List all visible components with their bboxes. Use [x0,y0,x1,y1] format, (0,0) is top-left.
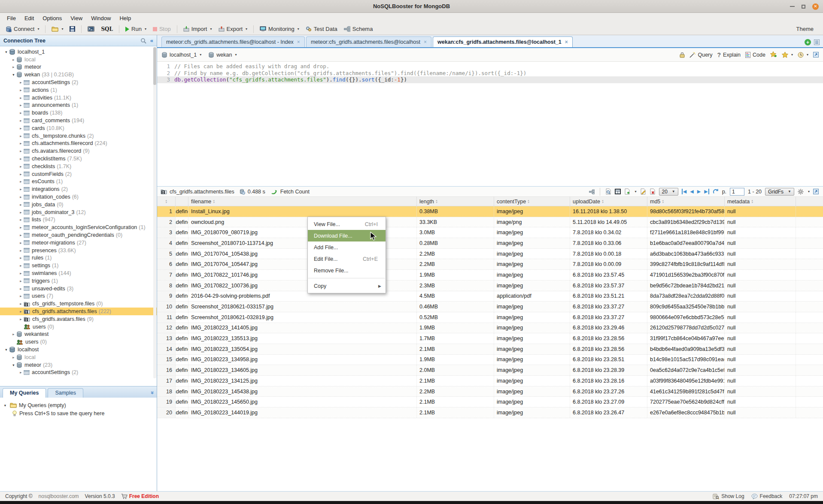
favorites-button[interactable]: ▾ [782,52,793,58]
table-row[interactable]: 6undefinedIMG_20170704_105447.jpg2.2MBim… [157,259,823,270]
tree-item-checklists[interactable]: ▸checklists(1.7K) [0,163,157,170]
expander-closed-icon[interactable]: ▸ [18,370,24,374]
tree-item-integrations[interactable]: ▸integrations(2) [0,185,157,193]
run-button[interactable]: Run▾ [123,25,149,33]
expander-closed-icon[interactable]: ▸ [11,57,16,62]
view-mode-select[interactable]: GridFs▼ [765,188,794,196]
last-page-icon[interactable]: ▶ [704,189,709,194]
tree-item-checklistItems[interactable]: ▸checklistItems(7.5K) [0,155,157,163]
search-icon[interactable] [140,38,146,44]
tree-item-customFields[interactable]: ▸customFields(2) [0,170,157,178]
expander-open-icon[interactable]: ▾ [11,72,16,77]
theme-button[interactable]: Theme [796,26,814,32]
expander-closed-icon[interactable]: ▸ [18,287,24,291]
page-size-select[interactable]: 20▼ [659,188,678,196]
expander-closed-icon[interactable]: ▸ [18,172,24,176]
shell-button[interactable] [85,25,97,33]
tree-item-localhost_1[interactable]: ▾localhost_1 [0,48,157,56]
document-magnifier-icon[interactable]: undefined [176,346,188,352]
page-number-input[interactable]: 1 [730,188,744,196]
expander-open-icon[interactable]: ▾ [11,363,16,367]
table-row[interactable]: 18undefinedIMG_20180223_145438.jpg2.2MBi… [157,386,823,397]
sort-arrows-icon[interactable]: ▴▾ [751,199,753,203]
sort-arrows-icon[interactable]: ▴▾ [662,199,663,203]
expander-closed-icon[interactable]: ▸ [18,241,24,245]
tree-item-cfs.attachments.filerecord[interactable]: ▸cfs.attachments.filerecord(224) [0,140,157,148]
document-magnifier-icon[interactable]: undefined [176,335,188,341]
tree-item-jobs_data[interactable]: ▸jobs_data(0) [0,201,157,208]
tree-scrollbar[interactable] [153,47,156,378]
minimize-icon[interactable] [790,6,795,7]
table-row[interactable]: 2undefinedowncloud.png33.3KBimage/png5.1… [157,217,823,228]
tree-item-announcements[interactable]: ▸announcements(1) [0,102,157,109]
menu-options[interactable]: Options [38,15,66,21]
tree-item-unsaved-edits[interactable]: ▸unsaved-edits(3) [0,285,157,293]
tree-item-cards[interactable]: ▸cards(10.8K) [0,124,157,132]
tree-item-invitation_codes[interactable]: ▸invitation_codes(6) [0,193,157,201]
edit-document-icon[interactable] [640,188,646,195]
menu-item-add-file[interactable]: Add File... [308,241,386,253]
expander-closed-icon[interactable]: ▸ [18,302,24,306]
column-header-blank[interactable]: ▴▾ [157,197,176,206]
document-magnifier-icon[interactable]: undefined [176,272,188,278]
document-magnifier-icon[interactable]: undefined [176,261,188,267]
column-header-uploadDate[interactable]: uploadDate▴▾ [570,197,647,206]
tab-2[interactable]: meteor:cfs_gridfs.attachments.files@loca… [306,36,431,47]
table-row[interactable]: 13undefinedIMG_20180223_135513.jpg1.7MBi… [157,333,823,344]
document-magnifier-icon[interactable]: undefined [176,367,188,373]
document-magnifier-icon[interactable]: undefined [176,325,188,331]
expander-closed-icon[interactable]: ▸ [18,271,24,275]
expander-closed-icon[interactable]: ▸ [11,332,16,336]
tree-item-users[interactable]: ▸users(7) [0,293,157,300]
expander-closed-icon[interactable]: ▸ [18,195,24,199]
tree-item-jobs_dominator_3[interactable]: ▸jobs_dominator_3(12) [0,208,157,216]
tree-item-esCounts[interactable]: ▸esCounts(1) [0,178,157,186]
menu-item-copy[interactable]: Copy▶ [308,280,386,292]
tree-item-meteor_accounts_loginServiceConfiguration[interactable]: ▸meteor_accounts_loginServiceConfigurati… [0,223,157,231]
tree-item-cfs.avatars.filerecord[interactable]: ▸cfs.avatars.filerecord(9) [0,147,157,155]
expander-closed-icon[interactable]: ▸ [18,118,24,123]
schema-view-icon[interactable] [589,189,595,194]
feedback-button[interactable]: Feedback [751,493,783,499]
site-link[interactable]: nosqlbooster.com [39,493,79,499]
document-magnifier-icon[interactable]: undefined [176,378,188,384]
tree-item-cfs._tempstore.chunks[interactable]: ▸cfs._tempstore.chunks(2) [0,132,157,140]
expander-closed-icon[interactable]: ▸ [18,126,24,130]
tab-close-icon[interactable]: × [565,39,568,45]
find-in-results-icon[interactable] [605,188,611,195]
column-header-filename[interactable]: filename▴▾ [188,197,417,206]
expander-closed-icon[interactable]: ▸ [18,256,24,260]
menu-help[interactable]: Help [115,15,135,21]
stop-button[interactable]: Stop [151,25,173,33]
chevron-double-down-icon[interactable]: » [149,391,156,394]
expander-closed-icon[interactable]: ▸ [18,111,24,115]
sort-arrows-icon[interactable]: ▴▾ [213,199,214,203]
expander-open-icon[interactable]: ▾ [3,403,8,407]
tree-item-cfs_gridfs._tempstore.files[interactable]: ▸cfs_gridfs._tempstore.files(0) [0,300,157,308]
connection-selector[interactable]: localhost_1▾ [161,52,201,58]
add-favorite-button[interactable] [770,51,777,58]
menu-file[interactable]: File [3,15,20,21]
menu-window[interactable]: Window [87,15,115,21]
export-button[interactable]: Export▾ [216,25,250,33]
sort-arrows-icon[interactable]: ▴▾ [528,199,529,203]
expander-open-icon[interactable]: ▾ [3,50,9,54]
lock-icon[interactable] [680,52,685,58]
table-row[interactable]: 17undefinedIMG_20180223_134125.jpg2.1MBi… [157,376,823,386]
tree-item-presences[interactable]: ▸presences(33.6K) [0,247,157,254]
document-magnifier-icon[interactable]: undefined [176,304,188,310]
table-row[interactable]: 10undefinedScreenshot_20180621-033157.jp… [157,302,823,312]
explain-button[interactable]: ? Explain [717,51,741,58]
gear-icon[interactable] [798,189,804,195]
test-data-button[interactable]: Test Data [304,25,340,33]
monitoring-button[interactable]: Monitoring▾ [258,25,301,33]
free-edition-badge[interactable]: Free Edition [121,493,159,499]
expander-closed-icon[interactable]: ▸ [18,263,24,268]
tree-item-rules[interactable]: ▸rules(1) [0,254,157,262]
table-row[interactable]: 8undefinedIMG_20170822_100736.jpg2.3MBim… [157,281,823,291]
menu-item-edit-file[interactable]: Edit File...Ctrl+E [308,253,386,265]
tree-item-meteor[interactable]: ▾meteor(23) [0,361,157,369]
tree-item-triggers[interactable]: ▸triggers(1) [0,277,157,285]
add-document-icon[interactable] [624,188,630,195]
tab-close-icon[interactable]: × [424,39,427,45]
